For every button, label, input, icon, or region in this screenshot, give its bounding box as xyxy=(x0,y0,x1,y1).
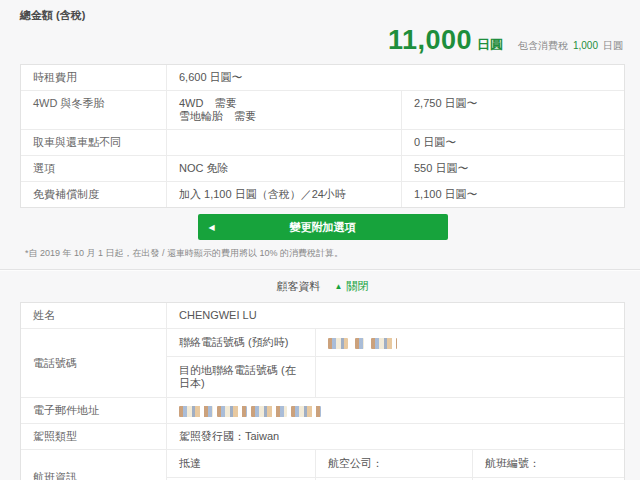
change-options-button[interactable]: ◀ 變更附加選項 xyxy=(198,214,448,240)
flight-row-arrival: 抵達 航空公司： 航班編號： xyxy=(167,450,624,477)
collapse-label: 關閉 xyxy=(346,279,368,294)
row-label: 電子郵件地址 xyxy=(21,398,166,423)
page-title: 總金額 (含稅) xyxy=(20,8,625,23)
row-price: 550 日圓〜 xyxy=(401,156,624,181)
phone-sub-rows: 聯絡電話號碼 (預約時) 目的地聯絡電話號碼 (在日本) xyxy=(166,329,624,397)
section-divider xyxy=(0,269,640,270)
total-currency: 日圓 xyxy=(477,36,503,54)
table-row-flight-info: 航班資訊 抵達 航空公司： 航班編號： 起飛 航空公司： 航班編號： xyxy=(21,449,624,480)
redacted-email xyxy=(179,406,213,417)
redacted-phone-number xyxy=(355,338,364,349)
customer-section-header: 顧客資料 ▲ 關閉 xyxy=(20,279,625,294)
row-label: 時租費用 xyxy=(21,65,166,90)
table-row-name: 姓名 CHENGWEI LU xyxy=(21,303,624,328)
redacted-email xyxy=(251,406,287,417)
tax-included-label: 包含消費稅 xyxy=(518,39,568,53)
tax-note: *自 2019 年 10 月 1 日起，在出發 / 還車時顯示的費用將以 10%… xyxy=(25,247,625,260)
rental-summary-page: 總金額 (含稅) 11,000 日圓 包含消費稅 1,000 日圓 時租費用 6… xyxy=(0,0,640,480)
row-label: 電話號碼 xyxy=(21,329,166,397)
chevron-up-icon: ▲ xyxy=(335,282,343,291)
customer-section-title: 顧客資料 xyxy=(277,279,321,294)
phone-row-japan: 目的地聯絡電話號碼 (在日本) xyxy=(167,356,624,397)
row-price: 2,750 日圓〜 xyxy=(401,91,624,129)
table-row-phone: 電話號碼 聯絡電話號碼 (預約時) 目的地聯絡電話號碼 (在日本) xyxy=(21,328,624,397)
row-detail: 6,600 日圓〜 xyxy=(166,65,624,90)
row-label: 免費補償制度 xyxy=(21,182,166,207)
row-detail xyxy=(166,130,401,155)
redacted-email xyxy=(217,406,247,417)
flight-number-label: 航班編號： xyxy=(472,450,624,477)
row-price: 0 日圓〜 xyxy=(401,130,624,155)
email-value xyxy=(166,398,624,423)
collapse-toggle[interactable]: ▲ 關閉 xyxy=(335,279,369,294)
table-row-4wd-winter-tires: 4WD 與冬季胎 4WD 需要 雪地輪胎 需要 2,750 日圓〜 xyxy=(21,90,624,129)
table-row-different-return-point: 取車與還車點不同 0 日圓〜 xyxy=(21,129,624,155)
row-label: 4WD 與冬季胎 xyxy=(21,91,166,129)
row-label: 取車與還車點不同 xyxy=(21,130,166,155)
detail-line: 4WD 需要 xyxy=(179,97,389,110)
airline-label: 航空公司： xyxy=(315,450,472,477)
phone-japan-value xyxy=(315,357,624,397)
total-price-line: 11,000 日圓 包含消費稅 1,000 日圓 xyxy=(20,25,623,56)
flight-sub-rows: 抵達 航空公司： 航班編號： 起飛 航空公司： 航班編號： xyxy=(166,450,624,480)
row-label: 駕照類型 xyxy=(21,424,166,449)
row-price: 1,100 日圓〜 xyxy=(401,182,624,207)
change-options-button-label: 變更附加選項 xyxy=(290,221,356,233)
total-amount: 11,000 xyxy=(388,25,472,56)
redacted-phone-number xyxy=(371,338,397,349)
row-label: 航班資訊 xyxy=(21,450,166,480)
table-row-license: 駕照類型 駕照發行國：Taiwan xyxy=(21,423,624,449)
phone-booking-value xyxy=(315,329,624,356)
customer-name: CHENGWEI LU xyxy=(166,303,624,328)
table-row-compensation: 免費補償制度 加入 1,100 日圓（含稅）／24小時 1,100 日圓〜 xyxy=(21,181,624,207)
phone-booking-label: 聯絡電話號碼 (預約時) xyxy=(167,329,315,356)
table-row-email: 電子郵件地址 xyxy=(21,397,624,423)
table-row-options: 選項 NOC 免除 550 日圓〜 xyxy=(21,155,624,181)
row-label: 姓名 xyxy=(21,303,166,328)
left-arrow-icon: ◀ xyxy=(209,223,215,232)
tax-currency: 日圓 xyxy=(603,39,623,53)
detail-line: 雪地輪胎 需要 xyxy=(179,110,389,123)
row-detail: NOC 免除 xyxy=(166,156,401,181)
tax-amount: 1,000 xyxy=(573,40,598,51)
redacted-phone-number xyxy=(328,338,348,349)
row-detail: 4WD 需要 雪地輪胎 需要 xyxy=(166,91,401,129)
table-row-hourly-fee: 時租費用 6,600 日圓〜 xyxy=(21,65,624,90)
row-detail: 加入 1,100 日圓（含稅）／24小時 xyxy=(166,182,401,207)
phone-row-booking: 聯絡電話號碼 (預約時) xyxy=(167,329,624,356)
redacted-email xyxy=(291,406,321,417)
flight-direction: 抵達 xyxy=(167,450,315,477)
license-value: 駕照發行國：Taiwan xyxy=(166,424,624,449)
price-breakdown-table: 時租費用 6,600 日圓〜 4WD 與冬季胎 4WD 需要 雪地輪胎 需要 2… xyxy=(20,64,625,208)
customer-info-table: 姓名 CHENGWEI LU 電話號碼 聯絡電話號碼 (預約時) 目的地聯絡電話… xyxy=(20,302,625,480)
phone-japan-label: 目的地聯絡電話號碼 (在日本) xyxy=(167,357,315,397)
row-label: 選項 xyxy=(21,156,166,181)
